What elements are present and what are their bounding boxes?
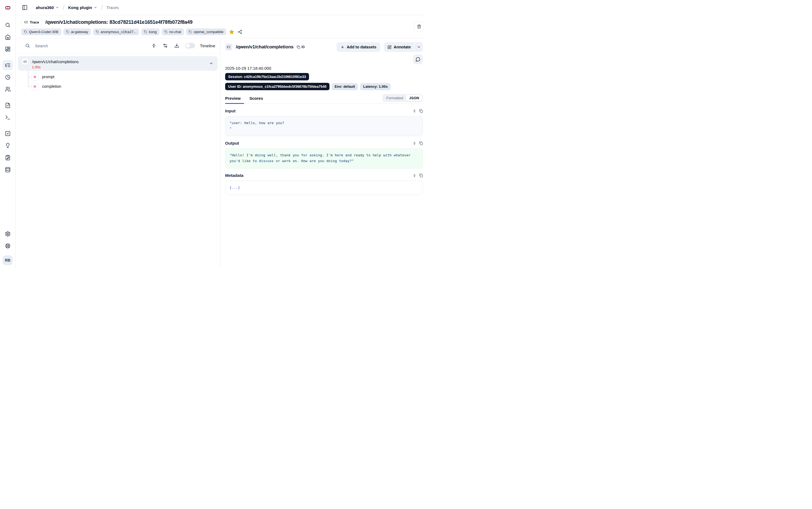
toggle-knob [186,43,190,48]
collapse-all-button[interactable] [149,41,158,50]
breadcrumb: ahura360 / Kong plugin / Traces [36,4,119,11]
copy-icon [297,45,300,49]
sidebar-item-home[interactable] [2,32,13,42]
download-button[interactable] [172,41,181,50]
tree-root-row[interactable]: /qwen/v1/chat/completions 1.00s [18,56,218,71]
trace-detail-panel: /qwen/v1/chat/completions ID Add to data… [220,38,425,268]
sidebar-item-datasets[interactable] [2,164,13,175]
tree-child-label: completion [42,84,61,89]
clipboard-pen-icon [5,155,11,161]
chevron-down-icon [94,6,97,9]
trash-icon [417,24,421,29]
timeline-toggle[interactable] [185,43,195,48]
file-code-icon [5,103,11,108]
tree-child-row-prompt[interactable]: prompt [31,72,218,81]
tree-root-duration: 1.00s [32,65,79,70]
tree-root-label: /qwen/v1/chat/completions [32,59,79,65]
share-icon [238,30,242,34]
formatted-toggle-option[interactable]: Formatted [383,95,406,101]
event-pinwheel-icon [33,84,37,89]
tree-connector [28,71,28,87]
sidebar-item-dashboard[interactable] [2,44,13,54]
tab-scores[interactable]: Scores [250,95,266,104]
tree-icon [227,45,231,49]
trace-timestamp: 2025-10-29 17:18:40.000 [225,66,423,71]
copy-id-button[interactable]: ID [297,45,305,49]
detail-header: /qwen/v1/chat/completions ID Add to data… [225,42,423,52]
copy-metadata-button[interactable] [419,174,423,177]
tag-chip[interactable]: no-chat [162,28,184,35]
user-id-badge[interactable]: User ID: anonymous_c1fca2795bbedc5f36678… [225,83,330,90]
collapse-metadata-button[interactable] [412,174,416,177]
copy-input-button[interactable] [419,109,423,113]
tag-chip[interactable]: Qwen3-Coder:30B [21,28,61,35]
users-icon [5,87,11,92]
input-content-box: "user: Hello, how are you? " [225,116,423,136]
sidebar-item-users[interactable] [2,84,13,94]
copy-icon [419,141,423,145]
sidebar-item-sessions[interactable] [2,72,13,82]
sidebar-item-prompts[interactable] [2,100,13,110]
main-column: ahura360 / Kong plugin / Traces Trace /q [15,0,425,268]
add-to-datasets-button[interactable]: Add to datasets [337,42,380,52]
copy-icon [419,109,423,113]
input-section-title: Input [225,108,235,113]
delete-trace-button[interactable] [414,21,424,31]
sidebar-item-settings[interactable] [2,229,13,239]
sidebar-item-llm-judge[interactable] [2,140,13,150]
sidebar-item-evaluation[interactable] [2,128,13,139]
knot-logo-icon [4,4,11,11]
bookmark-star-button[interactable] [228,29,235,35]
session-badge[interactable]: Session: c42fca19b75e13aac2b2106610f81e3… [225,73,309,80]
metadata-section-title: Metadata [225,173,244,178]
share-button[interactable] [237,30,243,34]
annotate-dropdown-button[interactable] [415,42,423,52]
collapse-output-button[interactable] [412,141,416,145]
timeline-label: Timeline [200,43,215,48]
metadata-content-box[interactable]: {...} [225,181,423,195]
output-content-box: "Hello! I'm doing well, thank you for as… [225,148,423,168]
user-avatar[interactable]: RB [3,255,12,265]
breadcrumb-page[interactable]: Traces [106,5,119,10]
search-icon [25,43,30,48]
square-percent-icon [5,131,11,136]
comment-bubble-icon [415,57,420,62]
tag-label: openai_compatible [194,30,223,34]
star-icon [229,29,234,35]
tag-chip[interactable]: kong [141,28,159,35]
tag-icon [189,30,192,34]
clock-icon [5,74,11,80]
content-area: Timeline /qwen/v1/chat/completions 1.00s [15,38,425,268]
panel-left-icon [22,5,28,10]
sidebar-toggle-button[interactable] [20,3,29,12]
tree-child-row-completion[interactable]: completion [31,82,218,91]
tag-chip[interactable]: anonymous_c1fca27... [93,28,139,35]
tag-chip[interactable]: openai_compatible [186,28,226,35]
chevron-down-icon [209,61,213,66]
tree-settings-button[interactable] [161,41,170,50]
env-badge: Env: default [332,83,358,90]
breadcrumb-project-selector[interactable]: Kong plugin [68,5,97,10]
sidebar-item-annotation[interactable] [2,152,13,163]
search-input[interactable] [35,43,147,48]
json-toggle-option[interactable]: JSON [406,95,422,101]
collapse-node-button[interactable] [209,61,213,66]
detail-tabs-row: Preview Scores Formatted JSON [225,94,423,104]
annotate-button[interactable]: Annotate [384,42,414,52]
org-logo[interactable] [0,0,15,15]
tag-label: no-chat [170,30,181,34]
trace-node-badge [225,43,232,50]
sidebar-item-support[interactable] [2,241,13,251]
lightbulb-icon [5,143,11,148]
tag-chip[interactable]: ai-gateway [63,28,91,35]
gear-icon [5,231,11,237]
collapse-input-button[interactable] [412,109,416,113]
sidebar-item-playground[interactable] [2,112,13,123]
sidebar-item-tracing[interactable] [2,60,13,70]
comments-button[interactable] [413,55,423,64]
breadcrumb-separator: / [100,4,104,11]
copy-output-button[interactable] [419,141,423,145]
breadcrumb-org-selector[interactable]: ahura360 [36,5,59,10]
tab-preview[interactable]: Preview [225,95,244,104]
sidebar-item-search[interactable] [2,20,13,30]
